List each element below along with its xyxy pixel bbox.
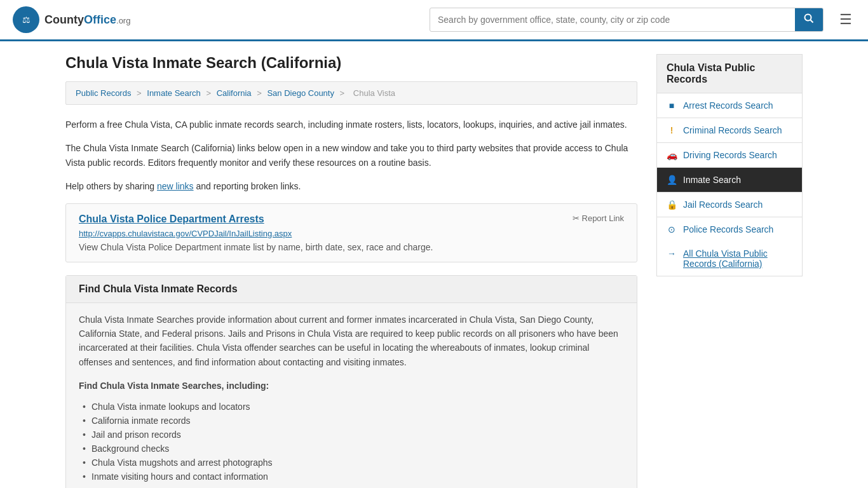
sidebar-item-police-records[interactable]: ⊙ Police Records Search <box>657 217 802 241</box>
link-entry: ✂ Report Link Chula Vista Police Departm… <box>65 203 637 262</box>
search-button[interactable] <box>795 8 823 31</box>
breadcrumb-san-diego[interactable]: San Diego County <box>267 88 334 98</box>
breadcrumb-chula-vista: Chula Vista <box>353 88 395 98</box>
sidebar-label-all-records: All Chula Vista Public Records (Californ… <box>683 248 792 269</box>
sidebar-label-arrest-records: Arrest Records Search <box>683 100 773 111</box>
link-entry-desc: View Chula Vista Police Department inmat… <box>79 242 624 252</box>
sidebar-label-driving-records: Driving Records Search <box>683 150 777 160</box>
breadcrumb-public-records[interactable]: Public Records <box>76 88 131 98</box>
arrest-icon: ■ <box>667 100 677 111</box>
driving-icon: 🚗 <box>667 150 677 160</box>
find-records-subheading: Find Chula Vista Inmate Searches, includ… <box>79 379 624 393</box>
sidebar-item-inmate-search[interactable]: 👤 Inmate Search <box>657 168 802 193</box>
logo[interactable]: ⚖ CountyOffice.org <box>13 6 130 33</box>
sidebar-item-all-records[interactable]: → All Chula Vista Public Records (Califo… <box>657 241 802 276</box>
search-input[interactable] <box>430 10 795 30</box>
find-records-heading: Find Chula Vista Inmate Records <box>66 276 637 303</box>
svg-line-3 <box>811 20 813 23</box>
svg-point-2 <box>805 15 811 21</box>
content-area: Chula Vista Inmate Search (California) P… <box>65 54 637 488</box>
sidebar-item-jail-records[interactable]: 🔒 Jail Records Search <box>657 193 802 217</box>
search-bar[interactable] <box>430 8 824 32</box>
report-link-button[interactable]: ✂ Report Link <box>573 214 624 223</box>
criminal-icon: ! <box>667 125 677 135</box>
list-item: Jail and prison records <box>79 428 624 442</box>
new-links-link[interactable]: new links <box>157 181 194 191</box>
intro-p3: Help others by sharing new links and rep… <box>65 179 637 193</box>
jail-icon: 🔒 <box>667 200 677 210</box>
logo-icon: ⚖ <box>13 6 39 33</box>
list-item: Inmate visiting hours and contact inform… <box>79 470 624 484</box>
sidebar-label-inmate-search: Inmate Search <box>683 175 741 185</box>
breadcrumb: Public Records > Inmate Search > Califor… <box>65 81 637 105</box>
sidebar: Chula Vista Public Records ■ Arrest Reco… <box>656 54 803 488</box>
link-entry-title[interactable]: Chula Vista Police Department Arrests <box>79 214 264 224</box>
intro-p2: The Chula Vista Inmate Search (Californi… <box>65 141 637 170</box>
svg-text:⚖: ⚖ <box>22 15 31 25</box>
all-records-icon: → <box>667 248 677 259</box>
sidebar-label-criminal-records: Criminal Records Search <box>683 125 782 135</box>
page-title: Chula Vista Inmate Search (California) <box>65 54 637 72</box>
find-records-body: Chula Vista Inmate Searches provide info… <box>79 313 624 370</box>
sidebar-item-criminal-records[interactable]: ! Criminal Records Search <box>657 118 802 143</box>
police-icon: ⊙ <box>667 224 677 234</box>
breadcrumb-california[interactable]: California <box>217 88 252 98</box>
sidebar-title: Chula Vista Public Records <box>656 54 803 93</box>
list-item: Background checks <box>79 442 624 456</box>
find-records-section: Find Chula Vista Inmate Records Chula Vi… <box>65 275 637 488</box>
list-item: Chula Vista inmate lookups and locators <box>79 400 624 414</box>
logo-text: CountyOffice.org <box>44 13 130 27</box>
menu-button[interactable]: ☰ <box>836 8 855 31</box>
sidebar-label-police-records: Police Records Search <box>683 224 773 234</box>
find-records-list: Chula Vista inmate lookups and locators … <box>79 400 624 484</box>
sidebar-nav: ■ Arrest Records Search ! Criminal Recor… <box>656 93 803 276</box>
intro-p1: Perform a free Chula Vista, CA public in… <box>65 118 637 132</box>
list-item: Chula Vista mugshots and arrest photogra… <box>79 456 624 470</box>
link-entry-url[interactable]: http://cvapps.chulavistaca.gov/CVPDJail/… <box>79 229 624 238</box>
inmate-icon: 👤 <box>667 175 677 185</box>
list-item: California inmate records <box>79 414 624 428</box>
sidebar-item-driving-records[interactable]: 🚗 Driving Records Search <box>657 143 802 168</box>
sidebar-item-arrest-records[interactable]: ■ Arrest Records Search <box>657 93 802 118</box>
sidebar-label-jail-records: Jail Records Search <box>683 200 763 210</box>
breadcrumb-inmate-search[interactable]: Inmate Search <box>147 88 201 98</box>
